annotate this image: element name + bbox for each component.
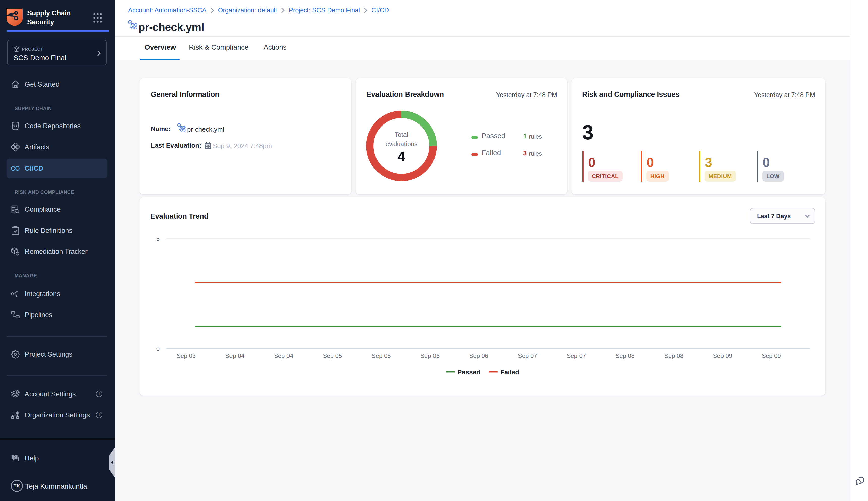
svg-text:?: ?	[13, 455, 16, 459]
svg-text:Sep 04: Sep 04	[274, 352, 293, 359]
svg-text:Sep 06: Sep 06	[469, 352, 488, 359]
svg-text:Sep 07: Sep 07	[518, 352, 537, 359]
svg-text:Sep 04: Sep 04	[225, 352, 244, 359]
svg-text:Sep 08: Sep 08	[664, 352, 683, 359]
svg-text:Sep 07: Sep 07	[567, 352, 586, 359]
svg-text:0: 0	[156, 345, 160, 352]
svg-text:Sep 06: Sep 06	[420, 352, 440, 359]
svg-text:Sep 08: Sep 08	[616, 352, 635, 359]
svg-text:Failed: Failed	[500, 369, 519, 376]
svg-text:Sep 03: Sep 03	[177, 352, 196, 359]
svg-text:Passed: Passed	[458, 369, 480, 376]
svg-text:Sep 09: Sep 09	[713, 352, 732, 359]
svg-text:Sep 05: Sep 05	[372, 352, 391, 359]
svg-text:5: 5	[156, 235, 160, 242]
svg-text:Sep 09: Sep 09	[762, 352, 781, 359]
svg-text:Sep 05: Sep 05	[323, 352, 342, 359]
